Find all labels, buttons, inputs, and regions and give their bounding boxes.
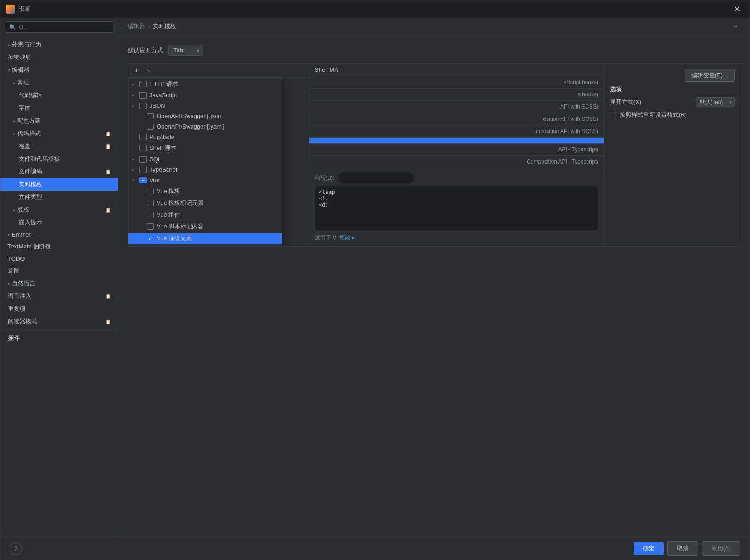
dropdown-label-sql: SQL [149,156,161,163]
dropdown-item-vue-template[interactable]: Vue 模板 [128,185,282,197]
sidebar-item-file-code-templates[interactable]: 文件和代码模板 [0,153,118,165]
tree-panel: + − ▸ HTTP 请求 [128,63,309,247]
breadcrumb-parent[interactable]: 编辑器 [128,22,145,30]
sidebar-item-font[interactable]: 字体 [0,102,118,114]
dropdown-item-vue-component[interactable]: Vue 组件 [128,209,282,221]
back-button[interactable]: ← [715,21,726,31]
dropdown-item-openapi-yaml[interactable]: OpenAPI/Swagger [.yaml] [128,121,282,132]
checkbox-vue-template[interactable] [147,188,154,194]
footer: ? 确定 取消 应用(A) [0,537,750,560]
sidebar-item-code-edit[interactable]: 代码编辑 [0,89,118,102]
sidebar-item-reader-mode[interactable]: 阅读器模式 📋 [0,315,118,328]
dropdown-item-http[interactable]: ▸ HTTP 请求 [128,78,282,90]
dropdown-item-typescript[interactable]: ▸ TypeScript [128,164,282,175]
checkbox-sql[interactable] [139,156,147,163]
template-item-2[interactable]: aScript hooks) [309,76,604,89]
titlebar: 设置 ✕ [0,0,750,18]
checkbox-pug[interactable] [139,134,147,140]
reformat-checkbox-row: 按照样式重新设置格式(R) [610,111,735,119]
dropdown-item-pug[interactable]: Pug/Jade [128,132,282,142]
help-button[interactable]: ? [10,542,22,555]
sidebar-item-keymap[interactable]: 按键映射 [0,51,118,64]
template-item-8[interactable]: API - Typescript) [309,144,604,156]
sidebar-item-live-templates[interactable]: 实时模板 [0,178,118,191]
expand-dropdown[interactable]: Tab Space Enter [168,45,203,56]
add-template-button[interactable]: + [132,65,141,75]
dropdown-label-openapi-yaml: OpenAPI/Swagger [.yaml] [157,123,225,130]
sidebar-item-general[interactable]: ▸ 常规 [0,76,118,89]
dropdown-item-vue-top-element[interactable]: ✓ Vue 顶级元素 [128,233,282,244]
checkbox-openapi-yaml[interactable] [147,124,154,130]
sidebar-item-appearance[interactable]: ▸ 外观与行为 [0,38,118,51]
checkbox-vue-top-element[interactable]: ✓ [147,235,154,242]
dropdown-label-pug: Pug/Jade [149,134,174,140]
template-item-1[interactable]: Shell MA [309,64,604,76]
template-item-6[interactable]: mposition API with SCSS) [309,125,604,138]
sidebar-item-textmate[interactable]: TextMate 捆绑包 [0,240,118,253]
expand-mode-dropdown[interactable]: 默认(Tab) Tab Enter Space [696,97,735,107]
abbr-input[interactable] [338,173,414,183]
sidebar-item-emmet[interactable]: ▸ Emmet [0,229,118,240]
dropdown-item-shell[interactable]: Shell 脚本 [128,142,282,154]
sidebar-item-todo[interactable]: TODO [0,253,118,264]
sidebar-item-plugins[interactable]: 插件 [0,332,118,345]
sidebar-item-natural-lang[interactable]: ▸ 自然语言 [0,277,118,290]
expand-arrow-sql: ▸ [132,157,139,162]
dropdown-item-sql[interactable]: ▸ SQL [128,154,282,164]
dropdown-item-openapi-json[interactable]: OpenAPI/Swagger [.json] [128,111,282,121]
reformat-checkbox[interactable] [610,112,616,118]
sidebar-item-copyright[interactable]: ▸ 版权 📋 [0,203,118,216]
sidebar-item-code-style[interactable]: ▸ 代码样式 📋 [0,127,118,140]
checkbox-vue-script-tag[interactable] [147,223,154,230]
dropdown-item-vue-script-tag[interactable]: Vue 脚本标记内容 [128,221,282,233]
checkbox-vue-component[interactable] [147,212,154,218]
expand-arrow-ts: ▸ [132,167,139,172]
options-title: 选项 [610,85,735,94]
search-input[interactable] [19,24,109,30]
template-item-4[interactable]: API with SCSS) [309,101,604,113]
checkbox-vue-tmpl-tag[interactable] [147,200,154,206]
context-dropdown: ▸ HTTP 请求 ▸ JavaScript [128,78,282,246]
apply-for-link[interactable]: 更改 ▾ [340,234,354,242]
template-item-5[interactable]: osition API with SCSS) [309,113,604,125]
sidebar-item-lang-inject[interactable]: 语言注入 📋 [0,290,118,302]
sidebar-item-file-encoding[interactable]: 文件编码 📋 [0,165,118,178]
sidebar-item-emmet-embed[interactable]: 嵌入提示 [0,216,118,229]
checkbox-vue-partial[interactable]: − [139,177,147,183]
sidebar-item-file-types[interactable]: 文件类型 [0,191,118,203]
checkbox-json[interactable] [139,103,147,109]
checkbox-shell[interactable] [139,145,147,151]
checkbox-typescript[interactable] [139,167,147,173]
tmpl-code-editor[interactable]: <temp <!. <d: [315,186,598,231]
cancel-button[interactable]: 取消 [667,541,698,556]
template-desc-6: mposition API with SCSS) [536,128,598,134]
apply-button[interactable]: 应用(A) [702,541,740,556]
sidebar-item-repeat[interactable]: 重复项 [0,302,118,315]
dropdown-item-javascript[interactable]: ▸ JavaScript [128,90,282,100]
sidebar-item-inspection[interactable]: 检查 📋 [0,140,118,153]
dropdown-label-http: HTTP 请求 [149,80,178,88]
dropdown-item-vue-other[interactable]: Other [128,244,282,246]
template-item-7[interactable] [309,138,604,144]
sidebar-item-intention[interactable]: 意图 [0,264,118,277]
checkbox-http[interactable] [139,81,147,87]
template-item-9[interactable]: Composition API - Typescript) [309,156,604,168]
sidebar-nav: ▸ 外观与行为 按键映射 ▾ 编辑器 ▸ 常规 [0,36,118,347]
checkbox-javascript[interactable] [139,92,147,99]
dropdown-item-vue[interactable]: ▾ − Vue [128,175,282,185]
close-button[interactable]: ✕ [730,2,744,16]
sidebar-item-color-scheme[interactable]: ▸ 配色方案 [0,114,118,127]
dropdown-item-json[interactable]: ▸ JSON [128,100,282,111]
edit-variables-button[interactable]: 编辑变量(E)... [685,69,735,82]
dropdown-label-javascript: JavaScript [149,92,177,99]
dropdown-item-vue-template-tag[interactable]: Vue 模板标记元素 [128,197,282,209]
sidebar-item-editor[interactable]: ▾ 编辑器 [0,64,118,76]
forward-button[interactable]: → [730,21,740,31]
template-item-3[interactable]: s hooks) [309,89,604,101]
tree-scroll[interactable]: ▸ HTTP 请求 ▸ JavaScript [128,78,309,246]
ok-button[interactable]: 确定 [634,542,664,555]
checkbox-openapi-json[interactable] [147,113,154,119]
dropdown-label-typescript: TypeScript [149,166,177,173]
remove-template-button[interactable]: − [143,65,153,75]
search-box[interactable]: 🔍 [5,21,113,33]
